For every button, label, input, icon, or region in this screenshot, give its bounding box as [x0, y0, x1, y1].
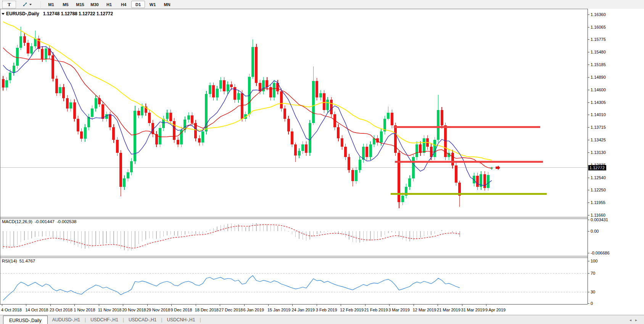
price-tick-label: 1.12250 — [591, 188, 606, 192]
date-tick — [123, 305, 123, 306]
main-price-chart[interactable] — [0, 9, 588, 217]
axis-tick — [588, 152, 589, 153]
date-tick-label: 12 Feb 2019 — [340, 308, 364, 312]
price-tick-label: 1.15480 — [591, 50, 606, 54]
text-tool-button[interactable]: T — [2, 1, 16, 8]
rsi-value: 51.4767 — [19, 259, 35, 263]
axis-tick — [588, 77, 589, 78]
price-tick-label: 1.11955 — [591, 200, 605, 205]
tab-usdchf-h1[interactable]: USDCHF-,H1 — [86, 315, 123, 324]
price-tick-label: 1.15775 — [591, 37, 606, 42]
chart-ohlc-values: 1.12748 1.12788 1.12722 1.12772 — [43, 11, 113, 16]
macd-indicator-panel[interactable] — [0, 219, 588, 256]
date-tick — [268, 305, 269, 306]
arrange-arrows-button[interactable] — [18, 1, 36, 8]
double-arrow-icon — [23, 2, 28, 8]
axis-tick — [588, 292, 589, 292]
timeframe-button-m15[interactable]: M15 — [73, 1, 87, 8]
date-tick-label: 27 Dec 2018 — [219, 308, 243, 312]
resistance-lower[interactable] — [395, 161, 543, 163]
timeframe-button-mn[interactable]: MN — [160, 1, 174, 8]
resistance-upper[interactable] — [394, 126, 540, 128]
date-tick-label: 3 Feb 2019 — [316, 308, 337, 312]
timeframe-button-d1[interactable]: D1 — [131, 1, 145, 8]
macd-signal-value: -0.002538 — [57, 219, 77, 224]
price-tick-label: 1.15185 — [591, 62, 606, 67]
sell-arrow[interactable] — [496, 165, 500, 170]
date-tick — [462, 305, 462, 306]
axis-tick — [588, 220, 589, 220]
chart-title-marker-icon — [2, 13, 5, 15]
timeframe-button-h4[interactable]: H4 — [117, 1, 130, 8]
tab-eurusd-daily[interactable]: EURUSD-,Daily — [3, 316, 48, 324]
ma-slow-yellow — [3, 22, 492, 160]
date-tick — [2, 305, 2, 306]
timeframe-button-m30[interactable]: M30 — [88, 1, 101, 8]
ma-mid-red — [3, 48, 492, 168]
price-tick-label: 1.16360 — [591, 12, 606, 17]
macd-main-value: -0.001447 — [35, 219, 55, 224]
price-tick-label: 1.14890 — [591, 75, 606, 79]
dropdown-caret-icon[interactable] — [29, 4, 32, 5]
support-line[interactable] — [391, 193, 547, 195]
macd-tick-label: -0.006686 — [591, 251, 610, 255]
price-tick-label: 1.13425 — [591, 138, 606, 142]
timeframe-button-group: M1M5M15M30H1H4D1W1MN — [44, 1, 174, 8]
axis-tick — [588, 253, 589, 253]
price-axis[interactable]: 1.12772 1.163601.160651.157751.154801.15… — [588, 9, 644, 304]
toolbar: T M1M5M15M30H1H4D1W1MN — [0, 0, 644, 9]
axis-tick — [588, 65, 589, 65]
date-tick-label: 20 Nov 2018 — [122, 308, 146, 312]
date-tick-label: 11 Nov 2018 — [98, 308, 122, 312]
date-tick — [50, 305, 51, 306]
tab-usdcnh-h1[interactable]: USDCNH-,H1 — [162, 315, 200, 324]
date-tick — [171, 305, 172, 306]
timeframe-button-w1[interactable]: W1 — [146, 1, 159, 8]
date-tick-label: 1 Nov 2018 — [74, 308, 95, 312]
date-tick-label: 23 Oct 2018 — [50, 308, 72, 312]
date-tick — [220, 305, 220, 306]
date-tick — [389, 305, 390, 306]
axis-tick — [588, 102, 589, 103]
date-tick — [341, 305, 341, 306]
date-tick — [26, 305, 26, 306]
price-tick-label: 1.13130 — [591, 150, 606, 155]
rsi-tick-label: 0 — [591, 301, 593, 306]
rsi-tick-label: 70 — [591, 271, 595, 275]
timeframe-button-m1[interactable]: M1 — [44, 1, 58, 8]
macd-tick-label: 0.00 — [591, 229, 599, 233]
tab-separator: | — [200, 315, 201, 324]
axis-tick — [588, 39, 589, 40]
axis-tick — [588, 273, 589, 274]
date-tick — [438, 305, 438, 306]
macd-label: MACD(12,26,9)-0.001447-0.002538 — [2, 219, 76, 224]
date-tick-label: 4 Oct 2018 — [1, 308, 22, 312]
price-tick-label: 1.13715 — [591, 125, 606, 130]
rsi-line — [3, 275, 460, 300]
price-tick-label: 1.14010 — [591, 112, 606, 117]
timeframe-button-m5[interactable]: M5 — [59, 1, 72, 8]
axis-tick — [588, 127, 589, 128]
timeframe-button-h1[interactable]: H1 — [102, 1, 116, 8]
tab-usdcad-h1[interactable]: USDCAD-,H1 — [124, 315, 161, 324]
axis-tick — [588, 115, 589, 115]
date-tick-label: 9 Apr 2019 — [485, 308, 506, 312]
time-axis[interactable]: 4 Oct 201814 Oct 201823 Oct 20181 Nov 20… — [0, 304, 588, 315]
tab-scroll-right-icon[interactable]: ▸ — [635, 318, 637, 322]
date-tick — [365, 305, 365, 306]
price-tick-label: 1.12835 — [591, 163, 606, 167]
tab-scroll-left-icon[interactable]: ◂ — [630, 318, 631, 322]
date-tick-label: 29 Nov 2018 — [147, 308, 170, 312]
rsi-indicator-panel[interactable] — [0, 258, 588, 304]
date-tick-label: 12 Mar 2019 — [413, 308, 436, 312]
macd-name: MACD(12,26,9) — [2, 219, 32, 224]
tab-audusd-h1[interactable]: AUDUSD-,H1 — [48, 315, 85, 324]
inactive-tabs: AUDUSD-,H1|USDCHF-,H1|USDCAD-,H1|USDCNH-… — [48, 315, 201, 324]
axis-tick — [588, 90, 589, 90]
date-tick — [99, 305, 99, 306]
macd-tick-label: 0.003431 — [591, 217, 608, 222]
price-tick-label: 1.16065 — [591, 25, 606, 29]
axis-tick — [588, 261, 589, 261]
chart-symbol-period: EURUSD-,Daily — [6, 11, 39, 16]
axis-tick — [588, 202, 589, 203]
